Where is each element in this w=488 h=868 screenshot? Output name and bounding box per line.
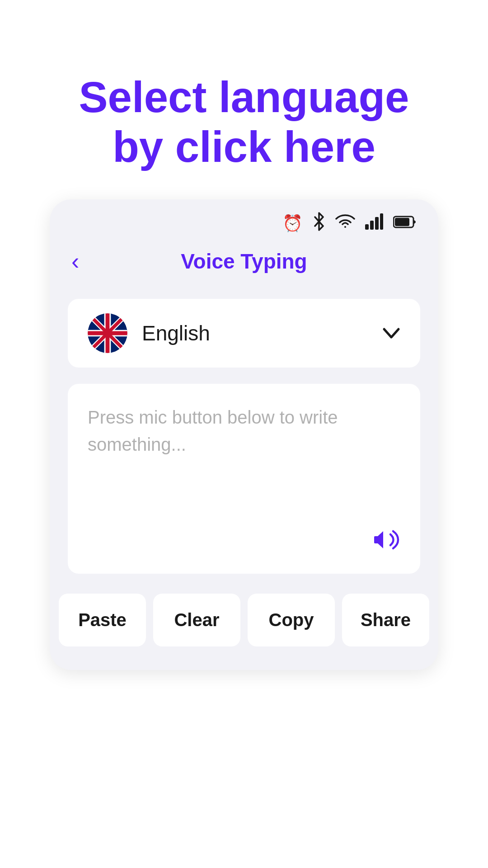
clear-button[interactable]: Clear (153, 594, 240, 646)
text-area-container[interactable]: Press mic button below to write somethin… (68, 384, 420, 574)
alarm-icon: ⏰ (282, 214, 303, 233)
language-selector[interactable]: English (68, 299, 420, 368)
svg-rect-0 (365, 224, 369, 230)
paste-button[interactable]: Paste (59, 594, 146, 646)
copy-button[interactable]: Copy (248, 594, 335, 646)
back-button[interactable]: ‹ (71, 248, 79, 275)
headline-section: Select language by click here (0, 0, 488, 199)
app-title: Voice Typing (181, 249, 307, 274)
wifi-icon (335, 213, 355, 233)
bluetooth-icon (313, 212, 325, 235)
svg-rect-5 (395, 218, 409, 226)
text-placeholder: Press mic button below to write somethin… (88, 404, 400, 458)
chevron-down-icon (382, 322, 400, 344)
headline-text[interactable]: Select language by click here (36, 72, 452, 172)
signal-icon (365, 212, 383, 234)
app-header: ‹ Voice Typing (50, 240, 438, 288)
action-buttons-bar: Paste Clear Copy Share (50, 574, 438, 670)
language-flag (88, 313, 127, 353)
status-bar: ⏰ (50, 199, 438, 240)
battery-icon (393, 214, 417, 233)
share-button[interactable]: Share (342, 594, 429, 646)
svg-rect-2 (375, 217, 379, 230)
speaker-icon[interactable] (373, 528, 400, 557)
language-name: English (142, 321, 368, 345)
svg-rect-3 (380, 213, 383, 230)
phone-card: ⏰ (50, 199, 438, 670)
svg-rect-1 (370, 221, 374, 230)
